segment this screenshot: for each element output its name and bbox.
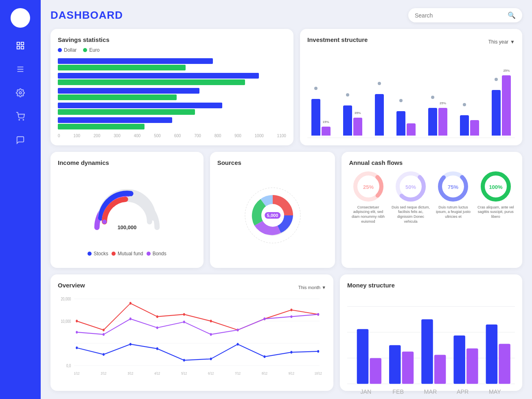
investment-header: Investment structure This year ▼: [307, 36, 515, 47]
svg-point-55: [129, 318, 131, 320]
inv-bar-blue-6: [460, 115, 469, 136]
svg-point-56: [156, 327, 158, 329]
investment-card: Investment structure This year ▼ 75% 15%: [300, 29, 522, 145]
svg-text:75%: 75%: [448, 184, 458, 190]
svg-rect-78: [370, 358, 382, 384]
svg-point-46: [156, 347, 158, 350]
inv-bar-blue-3: 85%: [375, 94, 384, 136]
inv-dot-1: [314, 87, 317, 90]
svg-text:5/12: 5/12: [181, 371, 187, 375]
inv-bar-blue-5: 25%: [428, 108, 437, 136]
investment-title: Investment structure: [307, 36, 368, 43]
avatar[interactable]: [11, 8, 30, 28]
sidebar-item-settings[interactable]: [15, 87, 26, 99]
svg-point-59: [237, 329, 239, 332]
inv-bar-blue-1: 75%: [311, 99, 320, 136]
hbar-dollar-2: [58, 73, 259, 79]
inv-bar-blue-4: [396, 111, 405, 136]
inv-dot-6: [463, 103, 466, 106]
svg-text:3/12: 3/12: [127, 371, 133, 375]
cashflow-item-1: 25% Consectetuer adipiscing elit, sed di…: [349, 170, 387, 261]
svg-rect-80: [402, 352, 414, 384]
svg-point-33: [76, 320, 78, 323]
row3: Overview This month ▼ 20,000 10,000 0,0: [50, 274, 522, 391]
cashflow-desc-2: Duis sed neque dictum, facilisis felis a…: [392, 205, 430, 224]
hbar-euro-1: [58, 65, 186, 70]
legend-mutualfund: Mutual fund: [112, 251, 143, 256]
hbar-euro-3: [58, 94, 177, 100]
svg-point-62: [317, 313, 319, 316]
svg-text:6/12: 6/12: [208, 371, 214, 375]
svg-rect-82: [434, 355, 446, 384]
inv-bar-purple-6: [470, 120, 479, 136]
svg-rect-79: [389, 345, 401, 384]
inv-dot-4: [399, 99, 403, 102]
inv-bar-purple-7: 25%: [502, 75, 511, 136]
inv-bar-blue-7: 95%: [492, 90, 501, 136]
search-input[interactable]: [415, 12, 504, 19]
svg-point-48: [210, 358, 212, 361]
svg-text:20,000: 20,000: [61, 296, 71, 302]
overview-title: Overview: [58, 282, 85, 289]
cashflow-desc-4: Cras aliquam, ante vel sagittis suscipit…: [477, 205, 515, 219]
svg-text:MAY: MAY: [489, 388, 501, 395]
dollar-label: Dollar: [64, 47, 77, 53]
investment-filter[interactable]: This year ▼: [488, 39, 515, 45]
svg-point-51: [290, 351, 292, 354]
dollar-dot: [58, 48, 62, 52]
savings-legend: Dollar Euro: [58, 47, 286, 53]
inv-group-3: 85%: [375, 94, 384, 136]
svg-point-9: [23, 119, 24, 120]
legend-bonds: Bonds: [147, 251, 166, 256]
svg-text:FEB: FEB: [392, 388, 404, 395]
legend-euro: Euro: [83, 47, 99, 53]
speedometer-svg: 100,000: [86, 186, 168, 235]
svg-rect-77: [357, 329, 369, 384]
overview-header: Overview This month ▼: [58, 282, 326, 293]
cashflow-desc-1: Consectetuer adipiscing elit, sed diam n…: [349, 205, 387, 224]
hbar-dollar-3: [58, 88, 199, 94]
svg-point-52: [317, 350, 319, 353]
sidebar-item-list[interactable]: [15, 64, 26, 75]
svg-text:APR: APR: [457, 388, 469, 395]
svg-rect-86: [499, 344, 510, 384]
svg-rect-1: [21, 42, 24, 45]
money-title: Money structure: [347, 282, 515, 289]
svg-text:4/12: 4/12: [154, 371, 160, 375]
row2: Income dynamics 100,000: [50, 152, 522, 268]
svg-point-57: [183, 321, 185, 324]
overview-filter[interactable]: This month ▼: [298, 285, 326, 290]
investment-chart: 75% 15% 60% 35%: [307, 49, 515, 138]
svg-text:2/12: 2/12: [101, 371, 106, 375]
legend-stocks: Stocks: [88, 251, 108, 256]
inv-group-5: 25% 25%: [428, 108, 447, 136]
search-bar[interactable]: 🔍: [408, 8, 522, 22]
hbar-euro-4: [58, 109, 195, 115]
svg-point-8: [19, 119, 20, 120]
sidebar-item-cart[interactable]: [15, 111, 26, 122]
sidebar-item-dashboard[interactable]: [15, 40, 26, 51]
line-chart: 20,000 10,000 0,0: [58, 294, 326, 384]
svg-rect-0: [17, 42, 20, 45]
page-title: DASHBOARD: [50, 9, 123, 22]
svg-point-38: [210, 320, 212, 323]
svg-point-61: [290, 316, 292, 318]
income-value: 100,000: [118, 224, 137, 230]
sources-center: 5,000: [265, 212, 281, 219]
svg-rect-81: [421, 320, 433, 384]
sidebar-item-chat[interactable]: [15, 134, 26, 146]
main-content: DASHBOARD 🔍 Savings statistics Dollar Eu…: [41, 0, 532, 399]
svg-rect-3: [21, 46, 24, 49]
svg-point-36: [156, 316, 158, 318]
svg-point-35: [129, 302, 131, 305]
cashflow-grid: 25% Consectetuer adipiscing elit, sed di…: [349, 170, 515, 261]
cashflow-desc-3: Duis rutrum luctus ipsum, a feugiat just…: [434, 205, 472, 219]
inv-dot-3: [378, 82, 381, 85]
inv-bar-purple-4: [407, 123, 416, 136]
svg-point-10: [102, 219, 107, 224]
svg-text:0,0: 0,0: [66, 363, 71, 368]
cashflows-title: Annual cash flows: [349, 159, 515, 166]
inv-bar-blue-2: 60%: [343, 105, 352, 136]
inv-bar-purple-1: 15%: [322, 127, 331, 136]
inv-dot-7: [495, 78, 498, 81]
